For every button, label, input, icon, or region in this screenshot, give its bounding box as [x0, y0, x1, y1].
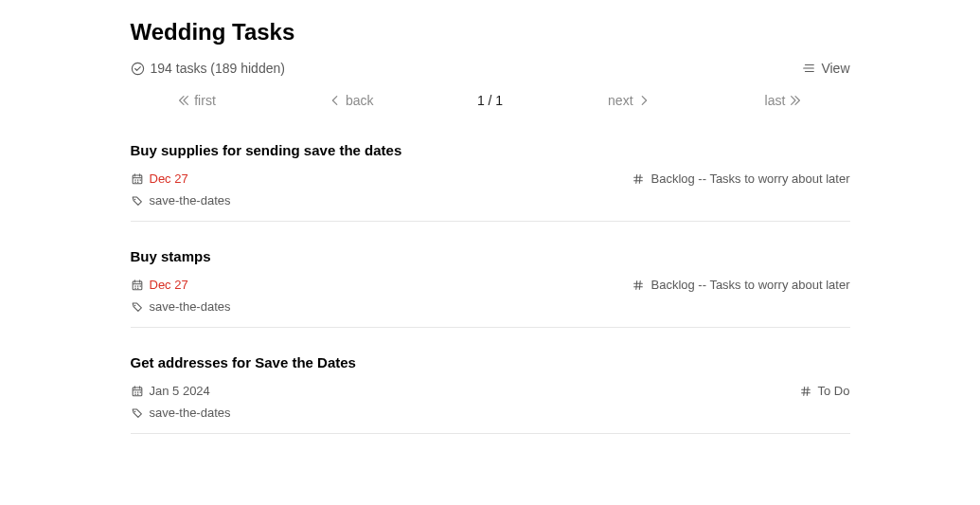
pagination-first[interactable]: first — [169, 93, 225, 108]
task-title: Get addresses for Save the Dates — [131, 354, 850, 370]
svg-point-31 — [134, 304, 135, 306]
calendar-icon — [131, 279, 144, 292]
chevron-left-icon — [329, 94, 342, 107]
svg-rect-24 — [139, 285, 140, 286]
task-title: Buy stamps — [131, 248, 850, 264]
svg-point-45 — [134, 410, 135, 412]
task-title: Buy supplies for sending save the dates — [131, 142, 850, 158]
svg-line-44 — [807, 387, 808, 395]
pagination-back[interactable]: back — [323, 93, 380, 108]
task-meta-row: Dec 27Backlog -- Tasks to worry about la… — [131, 171, 850, 186]
pagination: first back 1 / 1 next last — [131, 93, 850, 108]
svg-rect-22 — [134, 285, 135, 286]
task-tag-text: save-the-dates — [150, 406, 231, 420]
tag-icon — [131, 194, 144, 207]
task-item[interactable]: Buy stampsDec 27Backlog -- Tasks to worr… — [131, 248, 850, 328]
svg-line-15 — [636, 174, 637, 183]
task-tag: save-the-dates — [131, 299, 850, 314]
svg-line-43 — [803, 387, 804, 395]
svg-rect-39 — [134, 393, 135, 394]
view-button[interactable]: View — [802, 61, 849, 76]
task-date-text: Jan 5 2024 — [150, 384, 210, 398]
svg-point-0 — [132, 63, 143, 74]
task-status-text: Backlog -- Tasks to worry about later — [650, 171, 849, 186]
calendar-icon — [131, 385, 144, 398]
task-status: Backlog -- Tasks to worry about later — [632, 171, 849, 186]
svg-rect-9 — [137, 179, 138, 180]
svg-rect-25 — [134, 287, 135, 288]
task-meta-row: Jan 5 2024To Do — [131, 384, 850, 398]
svg-rect-38 — [139, 391, 140, 392]
task-tag: save-the-dates — [131, 406, 850, 420]
svg-rect-37 — [137, 391, 138, 392]
tag-icon — [131, 300, 144, 314]
calendar-icon — [131, 172, 144, 186]
task-item[interactable]: Buy supplies for sending save the datesD… — [131, 142, 850, 222]
pagination-next-label: next — [608, 93, 633, 108]
chevron-double-left-icon — [177, 94, 190, 107]
task-status-text: To Do — [818, 384, 850, 398]
svg-rect-11 — [134, 181, 135, 182]
svg-line-29 — [636, 280, 637, 289]
chevron-double-right-icon — [789, 94, 802, 107]
pagination-last-label: last — [765, 93, 786, 108]
svg-rect-10 — [139, 179, 140, 180]
svg-rect-23 — [137, 285, 138, 286]
page-title: Wedding Tasks — [131, 19, 850, 45]
task-date: Dec 27 — [131, 171, 188, 186]
header-row: 194 tasks (189 hidden) View — [131, 61, 850, 76]
task-meta-row: Dec 27Backlog -- Tasks to worry about la… — [131, 278, 850, 292]
hash-icon — [632, 279, 645, 292]
pagination-back-label: back — [346, 93, 374, 108]
hash-icon — [632, 172, 645, 186]
task-status: To Do — [799, 384, 850, 398]
svg-point-17 — [134, 198, 135, 200]
task-date-text: Dec 27 — [150, 171, 188, 186]
task-tag: save-the-dates — [131, 193, 850, 207]
svg-rect-36 — [134, 391, 135, 392]
pagination-first-label: first — [194, 93, 216, 108]
pagination-indicator: 1 / 1 — [477, 93, 503, 108]
svg-rect-26 — [137, 287, 138, 288]
task-status-text: Backlog -- Tasks to worry about later — [650, 278, 849, 292]
task-date: Dec 27 — [131, 278, 188, 292]
task-item[interactable]: Get addresses for Save the DatesJan 5 20… — [131, 354, 850, 434]
pagination-last[interactable]: last — [756, 93, 812, 108]
list-icon — [802, 62, 815, 75]
task-date-text: Dec 27 — [150, 278, 188, 292]
task-count-text: 194 tasks (189 hidden) — [151, 61, 285, 76]
svg-line-16 — [640, 174, 641, 183]
hash-icon — [799, 385, 812, 398]
chevron-right-icon — [637, 94, 650, 107]
tag-icon — [131, 406, 144, 420]
svg-rect-40 — [137, 393, 138, 394]
task-list: Buy supplies for sending save the datesD… — [131, 142, 850, 434]
task-status: Backlog -- Tasks to worry about later — [632, 278, 849, 292]
task-tag-text: save-the-dates — [150, 193, 231, 207]
pagination-next[interactable]: next — [600, 93, 657, 108]
svg-rect-8 — [134, 179, 135, 180]
task-count: 194 tasks (189 hidden) — [131, 61, 285, 76]
svg-rect-12 — [137, 181, 138, 182]
view-label: View — [821, 61, 849, 76]
task-date: Jan 5 2024 — [131, 384, 210, 398]
check-circle-icon — [131, 62, 145, 76]
svg-line-30 — [640, 280, 641, 289]
task-tag-text: save-the-dates — [150, 299, 231, 314]
